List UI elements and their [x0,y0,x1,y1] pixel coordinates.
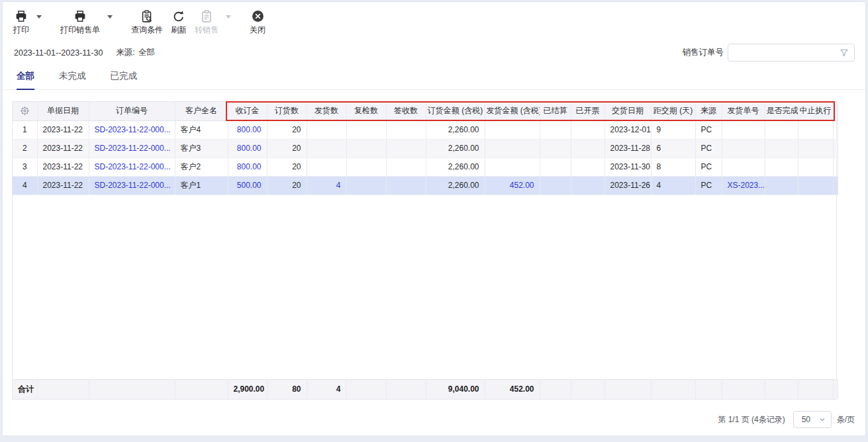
cell: 2,260.00 [426,120,485,139]
column-header[interactable]: 距交期 (天) [651,102,695,120]
status-tabs: 全部未完成已完成 [3,62,865,90]
dropdown-caret-icon[interactable] [36,15,42,21]
cell [485,120,540,139]
cell: 800.00 [228,157,267,176]
table-row[interactable]: 42023-11-22SD-2023-11-22-000...客户1500.00… [13,176,838,195]
column-header[interactable]: 交货日期 [604,102,651,120]
column-header[interactable]: 发货单号 [722,102,765,120]
table-row[interactable]: 12023-11-22SD-2023-11-22-000...客户4800.00… [13,120,838,139]
cell: 2023-11-22 [37,139,89,157]
column-header[interactable]: 订货数 [267,102,307,120]
order-link[interactable]: SD-2023-11-22-000... [95,162,171,171]
column-header[interactable]: 收订金 [228,102,267,120]
order-grid: 单据日期订单编号客户全名收订金订货数发货数复检数签收数订货金额 (含税)发货金额… [12,101,837,400]
order-link[interactable]: SD-2023-11-22-000... [95,125,171,134]
print-button[interactable]: 打印 [13,9,29,36]
cell: 2023-11-28 [604,139,651,157]
order-table: 单据日期订单编号客户全名收订金订货数发货数复检数签收数订货金额 (含税)发货金额… [13,102,838,195]
column-header[interactable]: 订货金额 (含税) [426,102,485,120]
source-filter-text: 来源:全部 [116,47,154,58]
filter-funnel-icon[interactable] [839,48,849,58]
cell [485,139,540,157]
sales-order-no-box [728,44,855,62]
column-header[interactable]: 签收数 [386,102,426,120]
tab-2[interactable]: 已完成 [111,70,138,89]
column-header[interactable]: 来源 [695,102,722,120]
cell [346,157,386,176]
refresh-button[interactable]: 刷新 [171,9,187,36]
query-conditions-button[interactable]: 查询条件 [131,9,163,36]
cell [798,176,833,195]
cell [571,176,604,195]
sales-order-no-input[interactable] [728,44,854,61]
column-header[interactable]: 已结算 [540,102,571,120]
page-size-value: 50 [802,415,810,424]
cell [798,139,833,157]
grid-empty-area [13,195,836,379]
page-size-select[interactable]: 50 [793,411,832,428]
page-size-unit: 条/页 [837,414,855,425]
dropdown-caret-icon[interactable] [107,15,113,21]
filler-cell [833,157,838,176]
print-sales-order-button[interactable]: 打印销售单 [60,9,100,36]
cell: 9 [651,120,695,139]
cell: SD-2023-11-22-000... [89,157,175,176]
print-button-label: 打印 [13,24,29,36]
cell: 452.00 [485,176,540,195]
close-button-group: 关闭 [250,9,265,36]
cell: XS-2023... [722,176,765,195]
cell: 2023-11-22 [37,176,89,195]
total-cell [695,379,722,399]
cell: 2023-11-22 [37,120,89,139]
gear-icon[interactable] [14,105,36,116]
row-number: 3 [13,157,37,176]
column-header[interactable]: 发货金额 (含税) [485,102,540,120]
total-cell [765,379,798,399]
column-header[interactable]: 客户全名 [175,102,228,120]
cell [722,120,765,139]
table-row[interactable]: 32023-11-22SD-2023-11-22-000...客户2800.00… [13,157,838,176]
close-button[interactable]: 关闭 [250,9,265,36]
total-cell [651,379,695,399]
table-row[interactable]: 22023-11-22SD-2023-11-22-000...客户3800.00… [13,139,838,157]
cell: 500.00 [228,176,267,195]
order-link[interactable]: SD-2023-11-22-000... [95,181,171,190]
row-number: 4 [13,176,37,195]
transfer-to-sales-button-group: 转销售 [195,9,242,36]
tab-1[interactable]: 未完成 [59,70,86,89]
filler-header [833,102,838,120]
cell: 客户1 [175,176,228,195]
cell: 2,260.00 [426,176,485,195]
cell [765,176,798,195]
cell [765,120,798,139]
cell [346,120,386,139]
column-header[interactable]: 订单编号 [89,102,175,120]
column-header[interactable]: 复检数 [346,102,386,120]
order-link[interactable]: SD-2023-11-22-000... [95,144,171,153]
cell: SD-2023-11-22-000... [89,176,175,195]
order-link[interactable]: XS-2023... [728,181,765,190]
cell [386,157,426,176]
order-search-area: 销售订单号 [683,44,855,62]
column-settings-cell[interactable] [13,102,37,120]
column-header[interactable]: 单据日期 [37,102,89,120]
column-header[interactable]: 中止执行 [798,102,833,120]
cell [571,139,604,157]
column-header[interactable]: 已开票 [571,102,604,120]
filler-cell [833,379,838,399]
total-cell [346,379,386,399]
tab-0[interactable]: 全部 [17,70,34,90]
print-button-group: 打印 [13,9,52,36]
total-cell: 80 [267,379,307,399]
cell: 6 [651,139,695,157]
pagination-info: 第 1/1 页 (4条记录) [718,414,785,425]
column-header[interactable]: 发货数 [307,102,346,120]
refresh-icon [171,9,186,24]
cell: 4 [307,176,346,195]
column-header[interactable]: 是否完成 [765,102,798,120]
header-row: 单据日期订单编号客户全名收订金订货数发货数复检数签收数订货金额 (含税)发货金额… [13,102,838,120]
dropdown-caret-icon [226,15,231,21]
total-cell: 452.00 [485,379,540,399]
page: { "toolbar": { "buttons": [ { "name": "p… [0,0,868,442]
cell [485,157,540,176]
